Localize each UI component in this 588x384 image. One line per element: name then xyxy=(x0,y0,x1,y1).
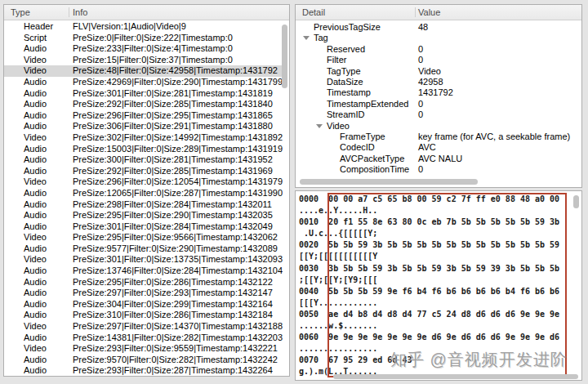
disclosure-triangle-icon[interactable] xyxy=(303,36,310,40)
detail-field-value: 0 xyxy=(418,99,423,109)
tag-info-cell: PreSize:0|Filter:0|Size:222|Timestamp:0 xyxy=(73,33,233,44)
hex-ascii-line[interactable]: ......w.$....... xyxy=(299,320,570,332)
detail-row[interactable]: FrameTypekey frame (for AVC, a seekable … xyxy=(296,132,580,142)
detail-field-value: 42958 xyxy=(418,77,443,87)
table-row[interactable]: AudioPreSize:15003|Filter:0|Size:289|Tim… xyxy=(4,144,283,155)
tag-info-cell: PreSize:9577|Filter:0|Size:290|Timestamp… xyxy=(73,243,278,255)
table-row[interactable]: VideoPreSize:296|Filter:0|Size:12054|Tim… xyxy=(4,176,283,188)
table-row[interactable]: AudioPreSize:12065|Filter:0|Size:287|Tim… xyxy=(4,188,283,199)
tag-type-cell: Audio xyxy=(24,221,47,233)
hex-ascii-line[interactable]: ................ xyxy=(299,343,570,355)
tag-list-scrollbar[interactable] xyxy=(282,25,287,88)
table-row[interactable]: VideoPreSize:297|Filter:0|Size:14370|Tim… xyxy=(4,321,283,333)
detail-field-value: 1431792 xyxy=(418,87,453,98)
table-row[interactable]: AudioPreSize:304|Filter:0|Size:299|Times… xyxy=(4,299,283,310)
tag-detail-panel: Detail Value PreviousTagSize48TagReserve… xyxy=(295,4,582,188)
tag-type-cell: Audio xyxy=(24,243,47,255)
table-row[interactable]: VideoPreSize:302|Filter:0|Size:14992|Tim… xyxy=(4,132,283,144)
hex-ascii-line[interactable]: .U.c...{[[[[[Y; xyxy=(299,228,570,239)
column-header-info[interactable]: Info xyxy=(73,7,87,17)
table-row[interactable]: AudioPreSize:42969|Filter:0|Size:290|Tim… xyxy=(4,77,283,88)
hex-byte-line[interactable]: 0000 00 00 a7 c5 65 b8 00 59 c2 7f ff e0… xyxy=(299,194,570,205)
detail-row[interactable]: Filter0 xyxy=(296,55,580,65)
hex-byte-line[interactable]: 0010 20 f1 55 8e 63 80 0c eb 7b 5b 5b 5b… xyxy=(299,217,570,228)
hex-ascii-line[interactable]: ;[[Y;[[Y;[Y9;[[[ xyxy=(299,275,570,286)
tag-type-cell: Video xyxy=(24,321,47,333)
table-row[interactable]: AudioPreSize:9577|Filter:0|Size:290|Time… xyxy=(4,243,283,255)
tag-info-cell: PreSize:297|Filter:0|Size:293|Timestamp:… xyxy=(73,288,273,299)
detail-field-label: PreviousTagSize xyxy=(314,22,381,33)
detail-row[interactable]: TimestampExtended0 xyxy=(296,99,580,109)
table-row[interactable]: AudioPreSize:292|Filter:0|Size:285|Times… xyxy=(4,166,283,177)
table-row[interactable]: VideoPreSize:15|Filter:0|Size:37|Timesta… xyxy=(4,55,283,66)
table-row[interactable]: AudioPreSize:295|Filter:0|Size:290|Times… xyxy=(4,210,283,221)
tag-type-cell: Video xyxy=(24,55,47,66)
table-row[interactable]: AudioPreSize:300|Filter:0|Size:281|Times… xyxy=(4,154,283,166)
tag-info-cell: PreSize:233|Filter:0|Size:4|Timestamp:0 xyxy=(73,43,233,55)
hex-byte-line[interactable]: 0040 5b 5b 5b 59 9e f6 b4 f6 b6 b6 b6 b6… xyxy=(299,286,570,297)
hex-ascii-line[interactable]: [[[Y............ xyxy=(299,297,570,309)
column-divider[interactable] xyxy=(415,7,416,17)
disclosure-triangle-icon[interactable] xyxy=(316,124,323,128)
table-row[interactable]: AudioPreSize:292|Filter:0|Size:285|Times… xyxy=(4,99,283,110)
hex-dump[interactable]: 0000 00 00 a7 c5 65 b8 00 59 c2 7f ff e0… xyxy=(299,194,570,378)
detail-row[interactable]: Tag xyxy=(296,33,580,43)
detail-row[interactable]: StreamID0 xyxy=(296,109,580,120)
hex-byte-line[interactable]: 0060 9e 9e 9e 9e 9e 9e 9e d6 9e d6 d6 d6… xyxy=(299,332,570,343)
hex-byte-line[interactable]: 0030 3b 5b 5b 59 3b 5b 5b 59 3b 5b 59 39… xyxy=(299,263,570,275)
tag-type-cell: Header xyxy=(24,21,53,33)
detail-row[interactable]: Reserved0 xyxy=(296,44,580,55)
column-divider[interactable] xyxy=(69,7,69,17)
detail-row[interactable]: Timestamp1431792 xyxy=(296,87,580,98)
detail-row[interactable]: TagTypeVideo xyxy=(296,66,580,77)
detail-field-label: CompositionTime xyxy=(340,164,409,175)
detail-row[interactable]: CompositionTime0 xyxy=(296,164,580,175)
column-header-detail[interactable]: Detail xyxy=(302,7,325,17)
table-row[interactable]: AudioPreSize:297|Filter:0|Size:293|Times… xyxy=(4,288,283,299)
table-row[interactable]: VideoPreSize:293|Filter:0|Size:9559|Time… xyxy=(4,343,283,355)
table-row[interactable]: AudioPreSize:293|Filter:0|Size:287|Times… xyxy=(4,365,283,376)
table-row[interactable]: AudioPreSize:310|Filter:0|Size:286|Times… xyxy=(4,310,283,321)
table-row[interactable]: AudioPreSize:233|Filter:0|Size:4|Timesta… xyxy=(4,43,283,55)
hex-ascii-line[interactable]: [[Y;[[[[[[[[[[[Y xyxy=(299,251,570,262)
detail-row[interactable]: DataSize42958 xyxy=(296,77,580,87)
table-row[interactable]: AudioPreSize:295|Filter:0|Size:286|Times… xyxy=(4,277,283,288)
tag-info-cell: PreSize:15|Filter:0|Size:37|Timestamp:0 xyxy=(73,55,233,66)
detail-field-label: TimestampExtended xyxy=(327,99,408,109)
table-row[interactable]: AudioPreSize:13746|Filter:0|Size:284|Tim… xyxy=(4,266,283,277)
detail-field-value: AVC NALU xyxy=(418,154,462,164)
detail-row[interactable]: CodecIDAVC xyxy=(296,142,580,153)
table-row[interactable]: AudioPreSize:298|Filter:0|Size:284|Times… xyxy=(4,199,283,211)
detail-field-label: CodecID xyxy=(340,142,375,153)
table-row[interactable]: AudioPreSize:296|Filter:0|Size:295|Times… xyxy=(4,110,283,122)
hex-byte-line[interactable]: 0020 5b 5b 59 3b 5b 5b 5b 5b 5b 5b 5b 5b… xyxy=(299,239,570,251)
tag-info-cell: PreSize:292|Filter:0|Size:285|Timestamp:… xyxy=(73,166,273,177)
hex-byte-line[interactable]: 0070 67 95 29 ed 6d 43 xyxy=(299,355,570,366)
tag-info-cell: PreSize:306|Filter:0|Size:291|Timestamp:… xyxy=(73,121,273,132)
detail-row[interactable]: AVCPacketTypeAVC NALU xyxy=(296,154,580,164)
table-row[interactable]: AudioPreSize:14381|Filter:0|Size:282|Tim… xyxy=(4,333,283,344)
table-row[interactable]: VideoPreSize:295|Filter:0|Size:9566|Time… xyxy=(4,232,283,243)
hex-vertical-scrollbar[interactable] xyxy=(573,195,579,208)
table-row[interactable]: AudioPreSize:301|Filter:0|Size:281|Times… xyxy=(4,88,283,100)
table-row[interactable]: HeaderFLV|Version:1|Audio|Video|9 xyxy=(4,21,283,33)
tag-info-cell: PreSize:293|Filter:0|Size:9559|Timestamp… xyxy=(73,343,278,355)
tag-type-cell: Audio xyxy=(24,188,47,199)
hex-byte-line[interactable]: 0050 ae d4 b8 d4 d8 d4 77 c5 24 d8 d6 d6… xyxy=(299,309,570,320)
table-row[interactable]: AudioPreSize:9570|Filter:0|Size:282|Time… xyxy=(4,355,283,366)
tag-type-cell: Video xyxy=(24,65,47,77)
table-row[interactable]: ScriptPreSize:0|Filter:0|Size:222|Timest… xyxy=(4,33,283,44)
detail-row[interactable]: Video xyxy=(296,121,580,132)
hex-ascii-line[interactable]: ....e..Y.....H.. xyxy=(299,205,570,217)
detail-horizontal-scrollbar[interactable] xyxy=(300,179,478,185)
table-row[interactable]: VideoPreSize:301|Filter:0|Size:13735|Tim… xyxy=(4,254,283,266)
detail-field-value: 48 xyxy=(418,22,428,33)
detail-field-value: 0 xyxy=(418,55,423,65)
table-row[interactable]: AudioPreSize:301|Filter:0|Size:284|Times… xyxy=(4,221,283,233)
column-header-value[interactable]: Value xyxy=(418,7,440,17)
column-header-type[interactable]: Type xyxy=(11,7,30,17)
table-row[interactable]: VideoPreSize:48|Filter:0|Size:42958|Time… xyxy=(4,65,283,77)
table-row[interactable]: AudioPreSize:306|Filter:0|Size:291|Times… xyxy=(4,121,283,132)
detail-row[interactable]: PreviousTagSize48 xyxy=(296,22,580,33)
hex-horizontal-scrollbar[interactable] xyxy=(333,374,578,379)
